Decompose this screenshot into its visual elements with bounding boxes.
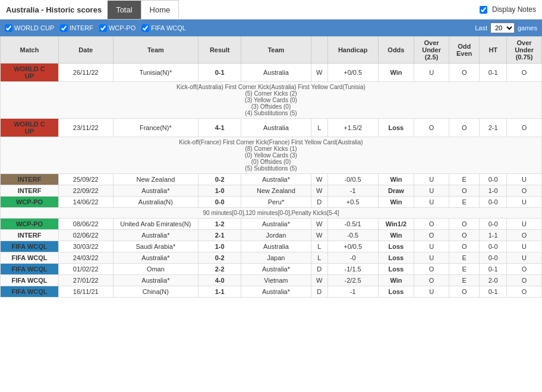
handicap-cell: -2/2.5 xyxy=(327,275,378,286)
handicap-cell: +0/0.5 xyxy=(327,241,378,252)
th-team2: Team xyxy=(241,37,311,64)
result-cell: 0-0 xyxy=(198,197,241,208)
table-row: INTERF 22/09/22 Australia* 1-0 New Zeala… xyxy=(1,185,542,197)
team2-cell: Australia* xyxy=(241,264,311,275)
competition-badge: WCP-PO xyxy=(1,219,59,230)
ou25-cell: O xyxy=(414,230,449,241)
team1-cell: New Zealand xyxy=(113,174,198,185)
date-cell: 14/06/22 xyxy=(59,197,113,208)
ou075-cell: U xyxy=(507,219,542,230)
ou25-cell: U xyxy=(414,185,449,197)
ou075-cell: U xyxy=(507,197,542,208)
th-ht: HT xyxy=(480,37,507,64)
team1-cell: Oman xyxy=(113,264,198,275)
th-team1: Team xyxy=(113,37,198,64)
ou25-cell: O xyxy=(414,264,449,275)
ht-cell: 0-0 xyxy=(480,174,507,185)
handicap-cell: -0/0.5 xyxy=(327,174,378,185)
display-notes-checkbox[interactable] xyxy=(480,6,487,14)
result-cell: 2-2 xyxy=(198,264,241,275)
date-cell: 16/11/21 xyxy=(59,286,113,298)
ou075-cell: O xyxy=(507,264,542,275)
competition-badge: INTERF xyxy=(1,174,59,185)
result-cell: 4-1 xyxy=(198,119,241,137)
table-row: INTERF 25/09/22 New Zealand 0-2 Australi… xyxy=(1,174,542,185)
ou075-cell: U xyxy=(507,174,542,185)
competition-badge: FIFA WCQL xyxy=(1,286,59,298)
filter-interf[interactable]: INTERF xyxy=(60,24,93,32)
ou25-cell: U xyxy=(414,252,449,264)
tab-total[interactable]: Total xyxy=(108,1,140,19)
date-cell: 01/02/22 xyxy=(59,264,113,275)
result-cell: 1-0 xyxy=(198,185,241,197)
handicap-cell: -1 xyxy=(327,185,378,197)
ou25-cell: U xyxy=(414,286,449,298)
team2-cell: Australia* xyxy=(241,219,311,230)
competition-badge: FIFA WCQL xyxy=(1,264,59,275)
main-table: Match Date Team Result Team Handicap Odd… xyxy=(0,36,542,298)
hw-cell: L xyxy=(311,252,327,264)
oddeven-cell: O xyxy=(449,241,480,252)
ou075-cell: U xyxy=(507,252,542,264)
table-row: WCP-PO 14/06/22 Australia(N) 0-0 Peru* D… xyxy=(1,197,542,208)
ht-cell: 0-1 xyxy=(480,286,507,298)
th-match: Match xyxy=(1,37,59,64)
notes-text: Kick-off(France) First Corner Kick(Franc… xyxy=(1,137,542,174)
filter-worldcup[interactable]: WORLD CUP xyxy=(5,24,54,32)
table-row: FIFA WCQL 16/11/21 China(N) 1-1 Australi… xyxy=(1,286,542,298)
team2-cell: Australia* xyxy=(241,286,311,298)
filter-fifawcql[interactable]: FIFA WCQL xyxy=(141,24,186,32)
page-title: Australia - Historic scores xyxy=(0,1,108,19)
result-cell: 1-1 xyxy=(198,286,241,298)
table-row: WORLD CUP 26/11/22 Tunisia(N)* 0-1 Austr… xyxy=(1,64,542,82)
team1-cell: Tunisia(N)* xyxy=(113,64,198,82)
notes-text: Kick-off(Australia) First Corner Kick(Au… xyxy=(1,82,542,119)
display-notes-label: Display Notes xyxy=(492,5,536,14)
hw-cell: W xyxy=(311,230,327,241)
hw-cell: D xyxy=(311,264,327,275)
oddeven-cell: O xyxy=(449,119,480,137)
team2-cell: Jordan xyxy=(241,230,311,241)
ht-cell: 0-0 xyxy=(480,241,507,252)
competition-badge: FIFA WCQL xyxy=(1,252,59,264)
ou075-cell: O xyxy=(507,64,542,82)
last-label: Last xyxy=(475,24,487,31)
ou075-cell: O xyxy=(507,286,542,298)
team1-cell: France(N)* xyxy=(113,119,198,137)
oddeven-cell: E xyxy=(449,264,480,275)
table-row: FIFA WCQL 01/02/22 Oman 2-2 Australia* D… xyxy=(1,264,542,275)
competition-badge: INTERF xyxy=(1,185,59,197)
tab-home[interactable]: Home xyxy=(141,0,179,19)
team2-cell: Australia xyxy=(241,64,311,82)
handicap-cell: -0.5/1 xyxy=(327,219,378,230)
odds-cell: Win xyxy=(378,174,414,185)
competition-badge: WORLD CUP xyxy=(1,119,59,137)
result-cell: 0-2 xyxy=(198,252,241,264)
date-cell: 30/03/22 xyxy=(59,241,113,252)
ht-cell: 0-0 xyxy=(480,252,507,264)
hw-cell: L xyxy=(311,119,327,137)
team2-cell: Australia xyxy=(241,119,311,137)
ht-cell: 1-1 xyxy=(480,230,507,241)
team2-cell: Australia* xyxy=(241,174,311,185)
team1-cell: Australia* xyxy=(113,185,198,197)
filter-last: Last 20 10 30 games xyxy=(475,23,537,33)
table-row: WCP-PO 08/06/22 United Arab Emirates(N) … xyxy=(1,219,542,230)
filter-interf-label: INTERF xyxy=(70,24,93,31)
date-cell: 24/03/22 xyxy=(59,252,113,264)
ou25-cell: U xyxy=(414,241,449,252)
filter-wcppo[interactable]: WCP-PO xyxy=(99,24,136,32)
date-cell: 22/09/22 xyxy=(59,185,113,197)
result-cell: 0-2 xyxy=(198,174,241,185)
ou075-cell: O xyxy=(507,275,542,286)
ht-cell: 1-0 xyxy=(480,185,507,197)
handicap-cell: -1 xyxy=(327,286,378,298)
team1-cell: Australia* xyxy=(113,275,198,286)
date-cell: 26/11/22 xyxy=(59,64,113,82)
team1-cell: Australia* xyxy=(113,230,198,241)
ht-cell: 0-0 xyxy=(480,197,507,208)
table-row: WORLD CUP 23/11/22 France(N)* 4-1 Austra… xyxy=(1,119,542,137)
penalty-text: 90 minutes[0-0],120 minutes[0-0],Penalty… xyxy=(1,208,542,219)
last-select[interactable]: 20 10 30 xyxy=(490,23,515,33)
odds-cell: Win xyxy=(378,230,414,241)
